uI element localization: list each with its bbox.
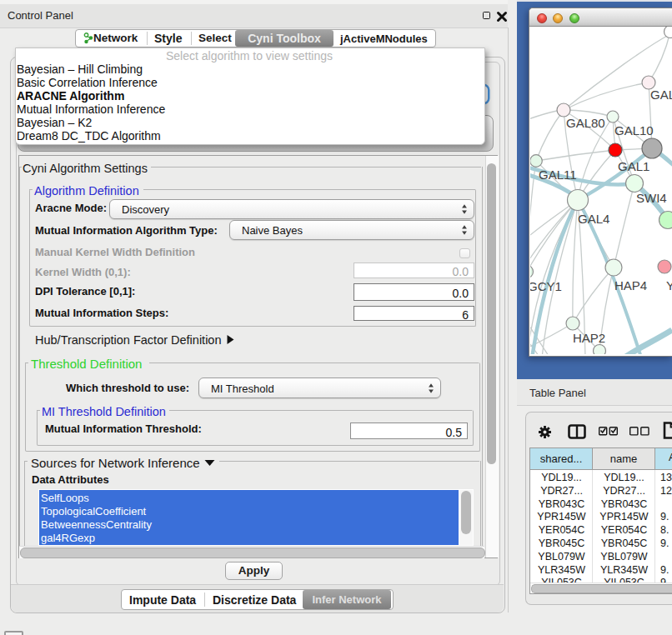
svg-text:GAL10: GAL10: [614, 123, 654, 138]
svg-text:GAL1: GAL1: [618, 159, 649, 173]
svg-text:GAL80: GAL80: [566, 116, 605, 130]
svg-text:GAL11: GAL11: [539, 168, 577, 182]
svg-text:SWI4: SWI4: [636, 191, 667, 205]
svg-text:GAL2: GAL2: [650, 88, 672, 102]
svg-text:HAP4: HAP4: [614, 278, 647, 292]
svg-text:HAP2: HAP2: [573, 331, 605, 345]
svg-text:YM: YM: [666, 278, 672, 292]
svg-text:GAL4: GAL4: [578, 212, 609, 226]
svg-text:GCY1: GCY1: [530, 279, 562, 293]
